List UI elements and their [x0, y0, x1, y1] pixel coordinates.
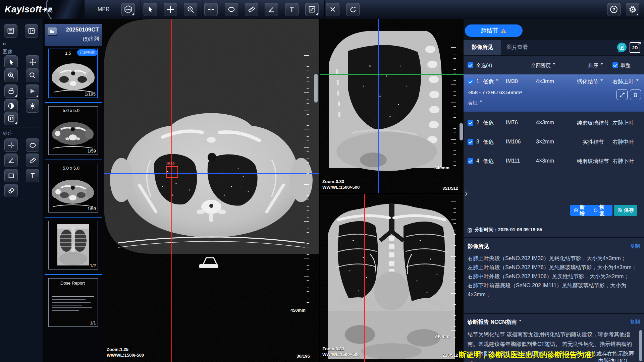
series-list-button[interactable] — [4, 24, 17, 38]
nodule-feature-dropdown[interactable]: 表征 — [468, 100, 482, 106]
rotate-ccw-icon — [349, 6, 357, 13]
density-filter-dropdown[interactable]: 全部密度 — [531, 62, 555, 69]
app-logo: Kayisoft卡易 — [0, 0, 85, 19]
round-values-label[interactable]: 取整 — [621, 62, 631, 69]
sidebar-magnify-button[interactable] — [26, 69, 39, 82]
nodule-location-dropdown[interactable]: 右肺上叶 — [612, 78, 639, 85]
crosshair-tool-button[interactable] — [204, 3, 218, 16]
toolbar-separator — [203, 0, 203, 19]
restore-button[interactable]: 恢复 — [593, 204, 612, 217]
series-thumbnail-2[interactable]: 5.0 x 5.0 1/59 — [48, 106, 98, 155]
analysis-time: 分析时间：2025-01-09 09:19:55 — [467, 227, 542, 233]
panel-tabstrip: 影像所见 图片查看 2D — [464, 40, 644, 56]
move-icon — [29, 58, 37, 66]
settings-button[interactable] — [626, 3, 639, 16]
nodule-row-selected[interactable]: 1 低危 IM30 4×3mm 钙化结节 右肺上叶 -858 - 772HU 6… — [464, 74, 644, 112]
nodule-risk-dropdown[interactable]: 低危 — [483, 78, 498, 85]
section-divider — [464, 237, 644, 238]
nodule-row[interactable]: 2 低危 IM76 4×3mm 纯磨玻璃结节 左肺上叶 — [464, 114, 644, 132]
ellipse-icon — [29, 141, 37, 149]
series-thumbnail-3[interactable]: 5.0 x 5.0 1/59 — [48, 164, 98, 213]
app-window: Kayisoft卡易 MPR MPR — [0, 0, 644, 362]
round-values-checkbox[interactable] — [612, 62, 618, 68]
annotate-text-button[interactable] — [26, 169, 39, 182]
nodule-image-id: IM106 — [506, 139, 521, 145]
nodule-row[interactable]: 4 低危 IM111 4×3mm 纯磨玻璃结节 右肺下叶 — [464, 152, 644, 171]
ellipse-tool-button[interactable] — [225, 3, 238, 16]
annotate-crosshair-button[interactable] — [4, 138, 18, 152]
report-section-title[interactable]: 诊断报告 NCCN指南 — [468, 319, 522, 326]
series-thumbnail-1[interactable]: 1.5 已经检测 1/195 — [48, 49, 98, 98]
tab-imaging-findings[interactable]: 影像所见 — [464, 40, 501, 55]
layout-close-icon — [28, 27, 36, 35]
close-layout-button[interactable] — [25, 24, 38, 38]
save-button[interactable]: 保存 — [614, 205, 637, 216]
sidebar-pan-button[interactable] — [26, 55, 39, 69]
findings-section-title: 影像所见 — [468, 243, 489, 250]
ruler-icon — [29, 157, 37, 164]
nodule-checkbox[interactable] — [468, 158, 473, 164]
mode-2d-button[interactable]: 2D — [630, 42, 640, 53]
report-bubble-button[interactable] — [616, 42, 628, 53]
panel-collapse-chevron[interactable] — [464, 188, 469, 200]
sidebar-select-button[interactable] — [4, 55, 18, 69]
image-section-label: 图像 — [3, 49, 13, 55]
window-level-button[interactable] — [305, 3, 319, 16]
sidebar-brightness-button[interactable] — [26, 99, 39, 113]
select-all-label[interactable]: 全选(4) — [476, 62, 492, 69]
nodule-type: 纯磨玻璃结节 — [577, 158, 609, 165]
reset-rotate-button[interactable] — [346, 3, 360, 16]
nodule-size: 3×2mm — [536, 139, 554, 145]
nodule-checkbox[interactable] — [468, 139, 473, 145]
axial-scrollbar-thumb[interactable] — [314, 74, 318, 103]
sidebar-zoom-in-button[interactable] — [4, 69, 18, 82]
ruler-tool-button[interactable] — [245, 3, 258, 16]
sagittal-viewport[interactable]: 340mm Zoom:0.83 WW/WL:1500/-500 351/512 — [320, 19, 464, 193]
sidebar-rotate-button[interactable] — [4, 84, 18, 98]
nodule-checkbox[interactable] — [468, 120, 473, 126]
nodule-roi-box[interactable] — [166, 166, 178, 178]
study-header[interactable]: 20250109CT (5)序列 — [45, 24, 102, 46]
nodule-type-dropdown[interactable]: 钙化结节 — [577, 78, 603, 85]
sort-dropdown[interactable]: 排序 — [588, 62, 603, 69]
annotate-angle-button[interactable] — [4, 154, 18, 167]
annotate-ellipse-button[interactable] — [26, 138, 39, 152]
add-nodule-button[interactable]: 新增 — [570, 204, 593, 217]
angle-tool-button[interactable] — [265, 3, 278, 16]
finding-line: 右肺下叶前基底段（SeNO.202 IM111）见纯磨玻璃结节影，大小为4×3m… — [468, 281, 639, 299]
sagittal-scrollbar-thumb[interactable] — [460, 123, 463, 140]
nodule-checkbox[interactable] — [468, 79, 473, 84]
mpr-layout-button[interactable]: MPR — [121, 3, 135, 16]
select-tool-button[interactable] — [144, 3, 157, 16]
report-copy-link[interactable]: 复制 — [630, 319, 640, 325]
gear-icon — [628, 5, 637, 14]
findings-copy-link[interactable]: 复制 — [630, 243, 640, 249]
open-study-button[interactable] — [47, 27, 57, 36]
collapse-sidebar-button[interactable]: « — [3, 40, 6, 47]
pan-tool-button[interactable] — [164, 3, 177, 16]
annotate-rect-button[interactable] — [4, 169, 18, 182]
sidebar-invert-button[interactable] — [4, 99, 18, 113]
zoom-tool-button[interactable] — [184, 3, 197, 16]
series-thumbnail-5[interactable]: Dose Report 1/1 — [48, 278, 98, 327]
sagittal-crosshair-horizontal — [320, 74, 464, 75]
help-button[interactable]: ? — [607, 3, 621, 16]
annotate-eraser-button[interactable] — [4, 184, 18, 197]
report-bubble-icon — [616, 42, 628, 53]
sidebar-flip-button[interactable] — [26, 84, 39, 98]
tab-image-view[interactable]: 图片查看 — [503, 40, 531, 55]
nodule-row[interactable]: 3 低危 IM106 3×2mm 实性结节 右肺中叶 — [464, 133, 644, 152]
report-scrollbar-thumb[interactable] — [639, 330, 642, 361]
axial-viewport[interactable]: IM30 450mm Zoom:1.25 WW/WL:1500/-500 30/… — [104, 19, 319, 362]
series-thumbnail-4[interactable]: 1/2 — [48, 221, 98, 269]
select-all-checkbox[interactable] — [468, 62, 473, 68]
annotate-ruler-button[interactable] — [26, 154, 39, 167]
lung-nodule-pill-button[interactable]: 肺结节 — [465, 24, 523, 37]
sidebar-window-level-button[interactable] — [4, 112, 18, 125]
thumbnail-counter: 1/59 — [88, 206, 96, 211]
coronal-viewport[interactable]: 340mm Zoom:0.83 WW/WL:1500/-500 210/512 — [320, 194, 464, 362]
text-tool-button[interactable] — [285, 3, 299, 16]
nodule-curve-button[interactable] — [616, 89, 628, 100]
delete-annotation-button[interactable] — [326, 3, 339, 16]
nodule-delete-button[interactable] — [630, 89, 641, 100]
